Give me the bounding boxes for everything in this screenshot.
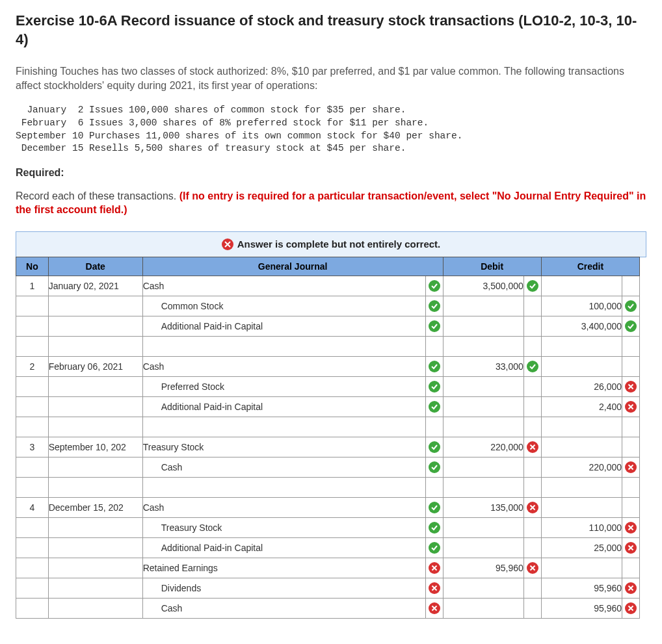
table-row: Additional Paid-in Capital2,400 [16, 396, 640, 417]
cell-debit[interactable] [443, 396, 523, 417]
cell-credit[interactable]: 100,000 [541, 296, 622, 316]
cell-account-mark [425, 598, 443, 618]
cell-debit[interactable] [443, 376, 523, 396]
cell-debit[interactable] [443, 517, 523, 537]
cell-account[interactable] [142, 336, 425, 356]
cell-credit[interactable] [541, 276, 622, 296]
cell-debit[interactable] [443, 417, 523, 437]
cell-account[interactable]: Retained Earnings [142, 558, 425, 578]
cell-credit-mark [622, 417, 640, 437]
cell-date[interactable]: December 15, 202 [48, 497, 142, 517]
cell-credit[interactable] [541, 497, 622, 517]
cell-debit[interactable] [443, 537, 523, 558]
cell-date[interactable]: January 02, 2021 [48, 276, 142, 296]
cell-account-mark [425, 296, 443, 316]
cell-credit[interactable]: 3,400,000 [541, 316, 622, 336]
cell-account[interactable]: Preferred Stock [142, 376, 425, 396]
cell-debit[interactable] [443, 598, 523, 618]
cell-debit[interactable] [443, 457, 523, 477]
cell-date[interactable] [48, 396, 142, 417]
cell-date[interactable] [48, 598, 142, 618]
cell-date[interactable] [48, 457, 142, 477]
cell-date[interactable]: February 06, 2021 [48, 356, 142, 376]
cell-account[interactable]: Cash [142, 276, 425, 296]
cell-credit[interactable]: 25,000 [541, 537, 622, 558]
cell-date[interactable] [48, 578, 142, 598]
col-header-general-journal: General Journal [142, 257, 443, 276]
cell-credit-mark [622, 457, 640, 477]
check-icon [527, 361, 538, 372]
check-icon [429, 461, 440, 473]
cell-account[interactable]: Cash [142, 598, 425, 618]
cell-date[interactable] [48, 296, 142, 316]
cell-account[interactable]: Cash [142, 356, 425, 376]
table-row: Cash95,960 [16, 598, 640, 618]
cell-date[interactable] [48, 517, 142, 537]
cell-date[interactable] [48, 477, 142, 497]
cell-account-mark [425, 477, 443, 497]
check-icon [429, 361, 440, 372]
cell-account-mark [425, 517, 443, 537]
cell-credit[interactable]: 95,960 [541, 598, 622, 618]
col-header-date: Date [48, 257, 142, 276]
cell-credit-mark [622, 497, 640, 517]
cell-debit[interactable]: 95,960 [443, 558, 523, 578]
cell-date[interactable] [48, 316, 142, 336]
cell-credit[interactable] [541, 477, 622, 497]
table-row: Common Stock100,000 [16, 296, 640, 316]
cell-credit[interactable] [541, 336, 622, 356]
cell-account[interactable]: Additional Paid-in Capital [142, 316, 425, 336]
cell-account[interactable]: Treasury Stock [142, 437, 425, 457]
cell-credit[interactable]: 95,960 [541, 578, 622, 598]
cell-credit[interactable] [541, 437, 622, 457]
cell-debit[interactable] [443, 296, 523, 316]
cell-credit-mark [622, 276, 640, 296]
cell-debit-mark [523, 537, 541, 558]
cell-date[interactable]: September 10, 202 [48, 437, 142, 457]
table-header-row: No Date General Journal Debit Credit [16, 257, 640, 276]
cell-credit[interactable]: 110,000 [541, 517, 622, 537]
cell-credit[interactable]: 26,000 [541, 376, 622, 396]
cell-no [16, 417, 49, 437]
exercise-title: Exercise 10-6A Record issuance of stock … [16, 12, 646, 49]
table-row: 3September 10, 202Treasury Stock220,000 [16, 437, 640, 457]
cell-debit[interactable] [443, 578, 523, 598]
cell-date[interactable] [48, 417, 142, 437]
cell-date[interactable] [48, 336, 142, 356]
cell-credit[interactable] [541, 417, 622, 437]
cell-credit[interactable]: 220,000 [541, 457, 622, 477]
cell-account[interactable]: Treasury Stock [142, 517, 425, 537]
cell-debit-mark [523, 497, 541, 517]
cell-debit[interactable] [443, 316, 523, 336]
cell-debit[interactable]: 135,000 [443, 497, 523, 517]
cell-account[interactable]: Cash [142, 457, 425, 477]
cell-account[interactable] [142, 477, 425, 497]
cell-debit-mark [523, 477, 541, 497]
cell-credit[interactable]: 2,400 [541, 396, 622, 417]
cell-no [16, 296, 49, 316]
cell-no [16, 376, 49, 396]
table-row: Retained Earnings95,960 [16, 558, 640, 578]
cell-date[interactable] [48, 376, 142, 396]
cell-account-mark [425, 396, 443, 417]
cell-debit[interactable]: 3,500,000 [443, 276, 523, 296]
cell-account[interactable]: Common Stock [142, 296, 425, 316]
cell-debit[interactable] [443, 336, 523, 356]
cell-date[interactable] [48, 537, 142, 558]
journal-table: No Date General Journal Debit Credit 1Ja… [16, 257, 640, 619]
cell-date[interactable] [48, 558, 142, 578]
cell-debit[interactable] [443, 477, 523, 497]
cell-debit[interactable]: 33,000 [443, 356, 523, 376]
check-icon [429, 401, 440, 413]
cell-account[interactable]: Additional Paid-in Capital [142, 396, 425, 417]
cell-debit[interactable]: 220,000 [443, 437, 523, 457]
check-icon [429, 300, 440, 312]
cell-credit-mark [622, 316, 640, 336]
x-icon [625, 401, 637, 413]
cell-account[interactable]: Additional Paid-in Capital [142, 537, 425, 558]
cell-credit[interactable] [541, 356, 622, 376]
cell-account[interactable]: Dividends [142, 578, 425, 598]
cell-credit[interactable] [541, 558, 622, 578]
cell-account[interactable]: Cash [142, 497, 425, 517]
cell-account[interactable] [142, 417, 425, 437]
